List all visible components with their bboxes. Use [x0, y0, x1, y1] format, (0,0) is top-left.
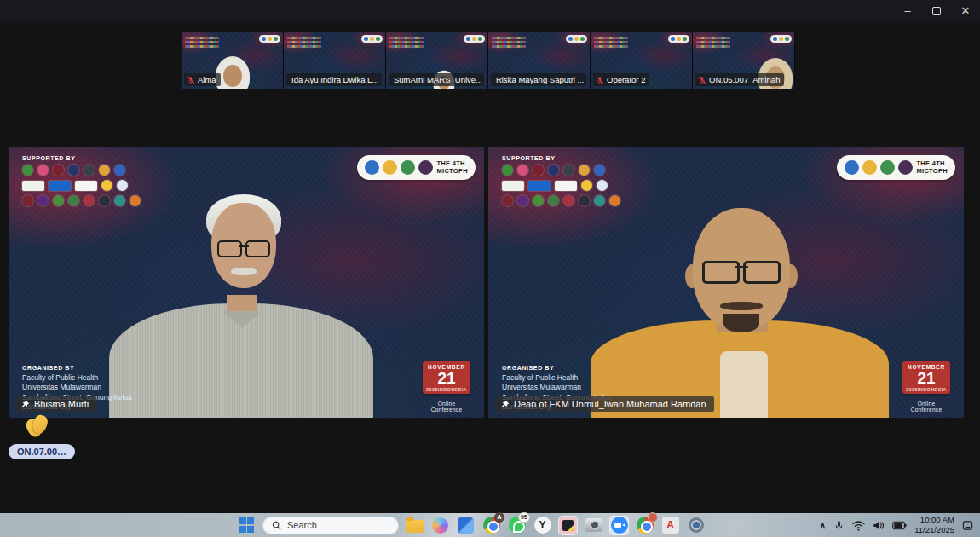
mictoph-title-line2: MICTOPH — [436, 167, 468, 175]
sponsor-logos-row-1 — [22, 165, 141, 176]
search-icon — [272, 521, 281, 530]
notification-center-icon[interactable] — [962, 520, 973, 531]
task-view-icon[interactable] — [456, 516, 476, 535]
speaker-mustache — [720, 302, 763, 310]
clapping-hands-icon — [26, 415, 48, 437]
start-button[interactable] — [237, 516, 257, 535]
tray-clock[interactable]: 10:00 AM 11/21/2025 — [914, 515, 954, 535]
thumb-mictoph-badge — [668, 35, 689, 43]
thumbnail-operator-2[interactable]: Operator 2 — [591, 32, 693, 89]
date-day: 21 — [904, 370, 948, 386]
acrobat-icon[interactable]: A — [660, 516, 680, 535]
speaker-glasses — [702, 261, 781, 280]
thumb-sponsor-logos — [492, 36, 526, 48]
thumb-mictoph-badge — [464, 35, 485, 43]
mic-muted-icon — [698, 76, 706, 84]
participant-name: SumArni MARS_Unive... — [394, 75, 482, 84]
thumb-mictoph-badge — [259, 35, 280, 43]
speaker-glasses — [217, 240, 270, 255]
thumb-sponsor-logos — [594, 36, 628, 48]
supported-by-heading: SUPPORTED BY — [502, 155, 620, 161]
reaction-sender-pill: ON.07.00… — [9, 444, 75, 459]
organised-line: Faculty of Public Health — [502, 373, 612, 383]
minimize-button[interactable]: – — [893, 0, 922, 21]
organised-line: Universitas Mulawarman — [502, 383, 612, 392]
close-button[interactable]: ✕ — [951, 0, 980, 21]
mictoph-title: THE 4TH MICTOPH — [916, 160, 948, 175]
chrome-avatar-badge — [648, 512, 658, 523]
mictoph-badge: THE 4TH MICTOPH — [837, 155, 955, 180]
clock-time: 10:00 AM — [914, 515, 954, 525]
window-titlebar: – ✕ — [0, 0, 980, 21]
participant-name: Riska Mayang Saputri ... — [496, 75, 585, 84]
wifi-icon[interactable] — [852, 520, 865, 531]
active-notes-app-icon[interactable] — [558, 516, 578, 535]
organised-line: Faculty of Public Health — [22, 373, 132, 383]
participant-name-tag: Operator 2 — [593, 73, 649, 86]
tray-overflow-chevron-icon[interactable]: ∧ — [820, 521, 826, 530]
event-date-badge: NOVEMBER 21 2025INDONESIA Online Confere… — [423, 361, 470, 413]
main-video-iwan-ramdan[interactable]: SUPPORTED BY THE 4TH MICTOPH ORGANISED B… — [488, 147, 964, 418]
windows-taskbar: Search A 95 Y A ∧ 10:00 AM 11/21/2025 — [0, 513, 980, 537]
speaker-name-tag: Bhisma Murti — [15, 396, 96, 412]
chrome-profile-2-icon[interactable] — [635, 516, 654, 535]
thumbnail-sumarni[interactable]: SumArni MARS_Unive... — [386, 32, 488, 89]
settings-gear-icon[interactable] — [686, 516, 706, 535]
restore-button[interactable] — [922, 0, 951, 21]
mic-muted-icon — [596, 76, 604, 84]
date-year: 2025INDONESIA — [424, 387, 469, 392]
participant-name-tag: Ida Ayu Indira Dwika L... — [286, 73, 382, 86]
thumb-sponsor-logos — [185, 36, 219, 48]
microphone-tray-icon[interactable] — [833, 520, 845, 531]
search-input[interactable]: Search — [262, 517, 399, 534]
participant-name-tag: ON.05.007_Aminah — [695, 73, 784, 86]
supported-by-heading: SUPPORTED BY — [22, 155, 141, 161]
event-type-caption: Online Conference — [902, 401, 950, 413]
mictoph-title: THE 4TH MICTOPH — [436, 160, 468, 175]
pin-icon — [20, 400, 30, 409]
chrome-profile-badge: A — [494, 512, 504, 523]
battery-icon[interactable] — [892, 521, 907, 530]
whatsapp-unread-badge: 95 — [518, 512, 530, 523]
camera-app-icon[interactable] — [584, 516, 603, 535]
mictoph-badge: THE 4TH MICTOPH — [357, 155, 476, 180]
speaker-icon[interactable] — [873, 520, 885, 531]
file-explorer-icon[interactable] — [405, 516, 424, 535]
sponsor-logos-row-3 — [502, 195, 620, 206]
thumbnail-riska[interactable]: Riska Mayang Saputri ... — [488, 32, 591, 89]
mictoph-logos — [365, 160, 433, 175]
thumbnail-alma[interactable]: Alma — [182, 32, 284, 89]
mic-muted-icon — [187, 76, 195, 84]
participant-thumbnail-strip: Alma Ida Ayu Indira Dwika L... SumArni M… — [182, 32, 795, 89]
participant-name: Operator 2 — [607, 75, 645, 84]
speaker-name: Bhisma Murti — [34, 399, 89, 409]
thumbnail-aminah[interactable]: ON.05.007_Aminah — [693, 32, 795, 89]
date-day: 21 — [424, 370, 469, 386]
thumb-mictoph-badge — [566, 35, 587, 43]
zoom-app-icon[interactable] — [609, 516, 629, 535]
event-date-badge: NOVEMBER 21 2025INDONESIA Online Confere… — [902, 361, 950, 413]
mictoph-title-line2: MICTOPH — [916, 167, 948, 175]
organised-by-heading: ORGANISED BY — [22, 365, 132, 371]
chrome-profile-1-icon[interactable]: A — [481, 516, 501, 535]
speaker-inner-shirt — [720, 351, 768, 418]
restore-icon — [932, 7, 941, 15]
sponsor-logos-row-2 — [22, 180, 141, 191]
mictoph-logos — [845, 160, 913, 175]
main-video-bhisma-murti[interactable]: SUPPORTED BY THE 4TH MICTOPH ORGANISED B… — [9, 147, 484, 418]
speaker-goatee — [723, 314, 759, 332]
thumbnail-ida-ayu[interactable]: Ida Ayu Indira Dwika L... — [284, 32, 386, 89]
speaker-mustache — [231, 268, 257, 275]
participant-name: ON.05.007_Aminah — [709, 75, 780, 84]
participant-name-tag: SumArni MARS_Unive... — [389, 73, 484, 86]
copilot-icon[interactable] — [430, 516, 450, 535]
thumb-sponsor-logos — [389, 36, 424, 48]
pin-icon — [500, 400, 510, 409]
whatsapp-icon[interactable]: 95 — [507, 516, 527, 535]
thumb-sponsor-logos — [287, 36, 321, 48]
organised-by-heading: ORGANISED BY — [502, 365, 612, 371]
sponsor-logos-row-1 — [502, 165, 620, 176]
browser-y-icon[interactable]: Y — [533, 516, 552, 535]
windows-logo-icon — [239, 517, 255, 533]
participant-name: Alma — [198, 75, 216, 84]
